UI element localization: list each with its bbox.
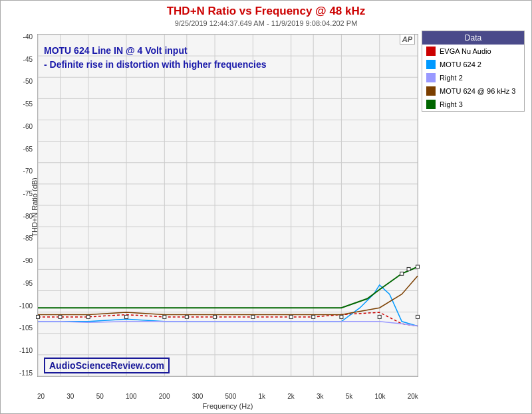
y-axis-label: -110 bbox=[19, 348, 33, 354]
x-axis-label: 300 bbox=[192, 393, 203, 400]
chart-subtitle: 9/25/2019 12:44:37.649 AM - 11/9/2019 9:… bbox=[1, 19, 531, 27]
y-axis-label: -80 bbox=[23, 213, 33, 220]
y-axis-label: -50 bbox=[23, 78, 33, 85]
svg-rect-41 bbox=[378, 315, 381, 318]
svg-rect-36 bbox=[213, 315, 217, 318]
annotation-line2: - Definite rise in distortion with highe… bbox=[44, 58, 266, 72]
svg-rect-45 bbox=[416, 265, 420, 268]
y-axis-label: -75 bbox=[23, 191, 33, 197]
svg-rect-40 bbox=[340, 315, 343, 318]
x-axis-label: 500 bbox=[225, 393, 237, 400]
svg-rect-38 bbox=[289, 315, 293, 318]
legend-item: MOTU 624 2 bbox=[422, 58, 524, 71]
svg-rect-30 bbox=[37, 315, 40, 318]
annotation-line1: MOTU 624 Line IN @ 4 Volt input bbox=[44, 44, 266, 58]
legend-label: MOTU 624 @ 96 kHz 3 bbox=[440, 87, 515, 95]
chart-container: THD+N Ratio vs Frequency @ 48 kHz 9/25/2… bbox=[0, 0, 532, 414]
x-axis-label: 100 bbox=[126, 393, 137, 400]
y-axis-label: -65 bbox=[23, 146, 33, 153]
x-axis-label: 10k bbox=[374, 393, 385, 400]
watermark: AudioScienceReview.com bbox=[44, 358, 170, 373]
legend-label: Right 2 bbox=[440, 74, 463, 82]
x-axis-label: 200 bbox=[159, 393, 170, 400]
svg-rect-33 bbox=[125, 315, 128, 318]
svg-rect-35 bbox=[185, 315, 188, 318]
svg-rect-43 bbox=[400, 272, 404, 275]
y-axis-label: -70 bbox=[23, 168, 33, 175]
y-axis-labels: -40-45-50-55-60-65-70-75-80-85-90-95-100… bbox=[1, 34, 35, 377]
legend-item: EVGA Nu Audio bbox=[422, 45, 524, 58]
chart-area bbox=[37, 34, 418, 377]
x-axis-labels: 2030501002003005001k2k3k5k10k20k bbox=[37, 393, 418, 400]
legend-color-swatch bbox=[426, 100, 436, 109]
chart-title: THD+N Ratio vs Frequency @ 48 kHz bbox=[1, 1, 531, 18]
legend: Data EVGA Nu AudioMOTU 624 2Right 2MOTU … bbox=[422, 31, 525, 112]
legend-label: EVGA Nu Audio bbox=[440, 47, 491, 55]
y-axis-label: -85 bbox=[23, 235, 33, 242]
svg-rect-44 bbox=[407, 267, 410, 270]
x-axis-label: 30 bbox=[66, 393, 74, 400]
svg-rect-34 bbox=[163, 315, 166, 318]
svg-rect-42 bbox=[416, 315, 420, 318]
legend-color-swatch bbox=[426, 47, 436, 56]
svg-rect-31 bbox=[59, 315, 62, 318]
y-axis-label: -55 bbox=[23, 101, 33, 108]
x-axis-label: 20k bbox=[408, 393, 418, 400]
x-axis-title: Frequency (Hz) bbox=[37, 402, 418, 410]
legend-item: Right 2 bbox=[422, 71, 524, 84]
svg-rect-32 bbox=[86, 315, 90, 318]
y-axis-label: -105 bbox=[19, 325, 33, 332]
y-axis-label: -115 bbox=[19, 370, 33, 377]
x-axis-label: 5k bbox=[346, 393, 353, 400]
y-axis-label: -40 bbox=[23, 34, 33, 41]
y-axis-label: -95 bbox=[23, 280, 33, 287]
legend-color-swatch bbox=[426, 60, 436, 69]
x-axis-label: 3k bbox=[317, 393, 324, 400]
x-axis-label: 20 bbox=[37, 393, 45, 400]
x-axis-label: 2k bbox=[287, 393, 295, 400]
svg-rect-39 bbox=[312, 315, 315, 318]
y-axis-label: -45 bbox=[23, 56, 33, 63]
x-axis-label: 1k bbox=[258, 393, 265, 400]
y-axis-label: -100 bbox=[19, 303, 33, 310]
annotation-text: MOTU 624 Line IN @ 4 Volt input - Defini… bbox=[44, 44, 266, 72]
legend-header: Data bbox=[422, 31, 524, 45]
legend-item: MOTU 624 @ 96 kHz 3 bbox=[422, 84, 524, 98]
ap-logo: AP bbox=[400, 34, 415, 45]
legend-label: MOTU 624 2 bbox=[440, 60, 481, 68]
x-axis-label: 50 bbox=[96, 393, 104, 400]
y-axis-label: -90 bbox=[23, 258, 33, 264]
svg-rect-37 bbox=[251, 315, 255, 318]
legend-color-swatch bbox=[426, 86, 436, 96]
legend-item: Right 3 bbox=[422, 98, 524, 111]
legend-label: Right 3 bbox=[440, 100, 463, 108]
y-axis-label: -60 bbox=[23, 124, 33, 130]
legend-color-swatch bbox=[426, 73, 436, 82]
